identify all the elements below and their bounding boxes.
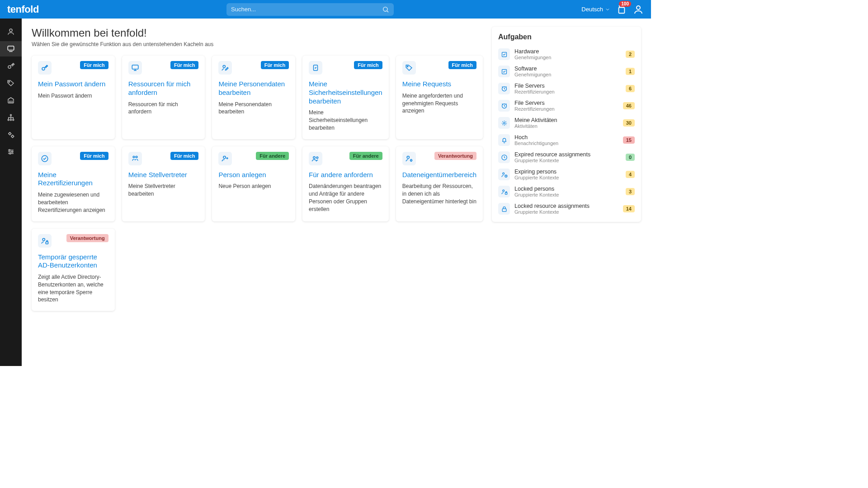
tile[interactable]: VerantwortungTemporär gesperrte AD-Benut…: [32, 229, 115, 311]
task-item[interactable]: File ServersRezertifizierungen46: [498, 97, 635, 114]
sidebar-item-key[interactable]: [0, 58, 22, 74]
tile-title: Meine Personendaten bearbeiten: [218, 80, 289, 97]
tile-title: Meine Requests: [402, 80, 476, 89]
svg-point-0: [383, 7, 387, 11]
svg-point-40: [410, 160, 412, 161]
chevron-down-icon: [605, 7, 610, 12]
sidebar-item-org[interactable]: [0, 93, 22, 108]
tile-top: Für andere: [309, 152, 382, 165]
tile-desc: Meine zugewiesenen und bearbeiteten Reze…: [38, 191, 108, 214]
user-menu[interactable]: [633, 4, 644, 15]
tile-badge: Für andere: [349, 152, 382, 160]
cart-button[interactable]: 100: [617, 5, 627, 14]
clock-icon: [498, 151, 510, 163]
task-title: Hardware: [514, 48, 621, 55]
tile[interactable]: Für michMeine Sicherheitseinstellungen b…: [302, 56, 389, 139]
page-subtitle: Wählen Sie die gewünschte Funktion aus d…: [32, 41, 483, 47]
search-box[interactable]: [226, 3, 394, 16]
tile[interactable]: VerantwortungDateneigentümerbereichBearb…: [396, 146, 483, 221]
search-input[interactable]: [231, 6, 389, 13]
check-circle-icon: [38, 152, 52, 165]
tile-title: Mein Passwort ändern: [38, 80, 108, 89]
task-subtitle: Gruppierte Kontexte: [514, 158, 621, 163]
tile-desc: Zeigt alle Active Directory-Benutzerkont…: [38, 273, 108, 304]
task-title: Locked resource assignments: [514, 203, 618, 209]
svg-rect-2: [619, 7, 625, 13]
task-item[interactable]: Meine AktivitätenAktivitäten30: [498, 114, 635, 131]
tile-title: Ressourcen für mich anfordern: [128, 80, 199, 97]
task-subtitle: Gruppierte Kontexte: [514, 175, 621, 180]
approve-icon: [498, 66, 510, 77]
sidebar-item-person[interactable]: [0, 24, 22, 39]
task-item[interactable]: Locked personsGruppierte Kontexte3: [498, 183, 635, 200]
svg-point-28: [223, 65, 226, 67]
task-item[interactable]: HochBenachrichtigungen15: [498, 131, 635, 149]
svg-point-38: [316, 157, 318, 159]
task-count: 30: [623, 119, 635, 127]
tile-title: Meine Sicherheitseinstellungen bearbeite…: [309, 80, 382, 105]
tile[interactable]: Für michMein Passwort ändernMein Passwor…: [32, 56, 115, 139]
tile-top: Für mich: [218, 61, 289, 75]
tile[interactable]: Für michRessourcen für mich anfordernRes…: [122, 56, 205, 139]
task-title: Hoch: [514, 134, 618, 141]
people-icon: [309, 152, 322, 165]
tile[interactable]: Für michMeine RequestsMeine angeforderte…: [396, 56, 483, 139]
tile-title: Temporär gesperrte AD-Benutzerkonten: [38, 253, 108, 270]
content: Willkommen bei tenfold! Wählen Sie die g…: [32, 27, 483, 358]
tile[interactable]: Für anderePerson anlegenNeue Person anle…: [212, 146, 295, 221]
svg-point-3: [637, 6, 640, 9]
tile-title: Meine Rezertifizierungen: [38, 171, 108, 188]
tile-badge: Für mich: [261, 61, 289, 69]
bell-icon: [498, 134, 510, 146]
tile-desc: Mein Passwort ändern: [38, 92, 108, 100]
task-count: 15: [623, 136, 635, 144]
tile-top: Für mich: [402, 61, 476, 75]
tile-top: Für mich: [128, 152, 199, 165]
language-selector[interactable]: Deutsch: [581, 6, 610, 13]
sidebar-item-settings[interactable]: [0, 127, 22, 142]
tile[interactable]: Für michMeine Personendaten bearbeitenMe…: [212, 56, 295, 139]
tile-top: Für mich: [38, 152, 108, 165]
svg-rect-53: [502, 208, 506, 211]
sidebar-item-hierarchy[interactable]: [0, 110, 22, 125]
sidebar-item-dashboard[interactable]: [0, 41, 22, 56]
task-title: Expired resource assignments: [514, 151, 621, 158]
tile[interactable]: Für michMeine RezertifizierungenMeine zu…: [32, 146, 115, 221]
svg-point-12: [10, 114, 12, 116]
task-subtitle: Gruppierte Kontexte: [514, 192, 621, 197]
tile[interactable]: Für michMeine StellvertreterMeine Stellv…: [122, 146, 205, 221]
task-item[interactable]: Expired resource assignmentsGruppierte K…: [498, 149, 635, 166]
task-subtitle: Rezertifizierungen: [514, 106, 618, 112]
approve-icon: [498, 48, 510, 60]
task-item[interactable]: HardwareGenehmigungen2: [498, 46, 635, 63]
tile[interactable]: Für andereFür andere anfordernDatenänder…: [302, 146, 389, 221]
cart-badge: 100: [619, 1, 631, 7]
task-item[interactable]: File ServersRezertifizierungen6: [498, 80, 635, 97]
task-item[interactable]: Expiring personsGruppierte Kontexte4: [498, 166, 635, 183]
tile-title: Person anlegen: [218, 171, 289, 179]
shield-icon: [309, 61, 322, 75]
task-title: Software: [514, 66, 621, 72]
svg-point-16: [9, 133, 11, 135]
main: Willkommen bei tenfold! Wählen Sie die g…: [22, 19, 651, 366]
task-item[interactable]: Locked resource assignmentsGruppierte Ko…: [498, 200, 635, 217]
sidebar-item-tag[interactable]: [0, 75, 22, 91]
task-item[interactable]: SoftwareGenehmigungen1: [498, 63, 635, 80]
svg-line-1: [387, 11, 388, 12]
task-count: 0: [626, 154, 635, 161]
tile-desc: Bearbeitung der Ressourcen, in denen ich…: [402, 183, 476, 205]
sidebar-item-sliders[interactable]: [0, 144, 22, 160]
task-title: Locked persons: [514, 186, 621, 192]
tasks-title: Aufgaben: [498, 33, 635, 41]
task-count: 3: [626, 188, 635, 195]
tile-desc: Neue Person anlegen: [218, 183, 289, 190]
svg-point-7: [8, 66, 11, 68]
search-wrap: [39, 3, 581, 16]
svg-point-23: [9, 153, 11, 154]
task-text: SoftwareGenehmigungen: [514, 66, 621, 77]
person-lock2-icon: [498, 186, 510, 197]
person-clock-icon: [498, 169, 510, 180]
task-subtitle: Gruppierte Kontexte: [514, 209, 618, 215]
svg-point-14: [10, 119, 12, 121]
tile-badge: Verantwortung: [66, 234, 108, 242]
